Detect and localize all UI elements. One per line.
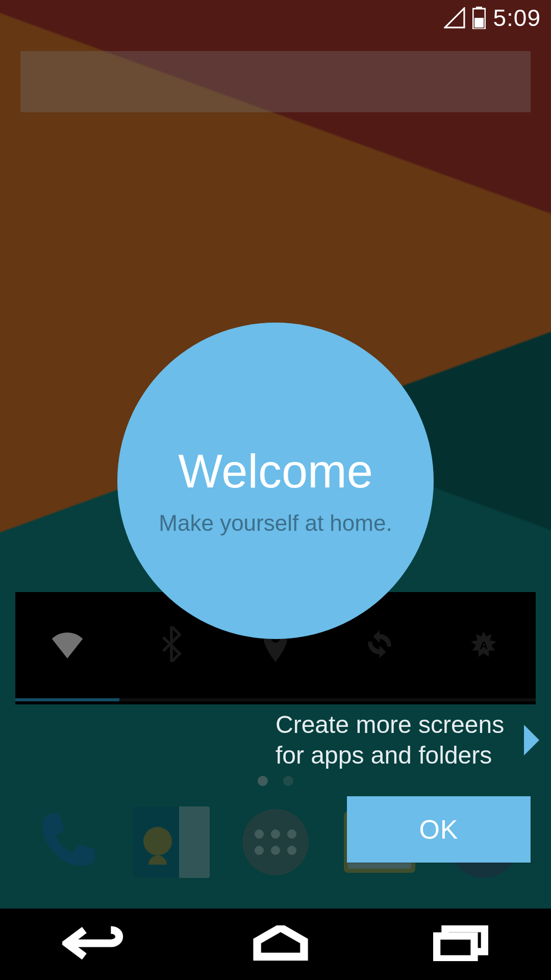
battery-icon — [472, 7, 486, 29]
cell-signal-icon — [444, 7, 465, 29]
home-icon — [253, 954, 309, 963]
home-button[interactable] — [253, 925, 309, 963]
svg-rect-2 — [476, 7, 482, 9]
clock: 5:09 — [493, 4, 541, 32]
ok-button[interactable]: OK — [347, 796, 531, 863]
navigation-bar — [0, 909, 551, 980]
welcome-title: Welcome — [178, 445, 373, 498]
svg-rect-3 — [474, 18, 484, 28]
chevron-right-icon — [522, 725, 541, 757]
welcome-subtitle: Make yourself at home. — [159, 508, 392, 537]
tutorial-hint-text: Create more screens for apps and folders — [276, 709, 505, 771]
welcome-dialog: Welcome Make yourself at home. — [117, 323, 434, 639]
back-button[interactable] — [62, 925, 129, 963]
status-bar: 5:09 — [0, 0, 551, 36]
recents-icon — [433, 954, 489, 963]
back-icon — [62, 954, 129, 963]
svg-rect-4 — [437, 936, 474, 959]
recents-button[interactable] — [433, 925, 489, 963]
